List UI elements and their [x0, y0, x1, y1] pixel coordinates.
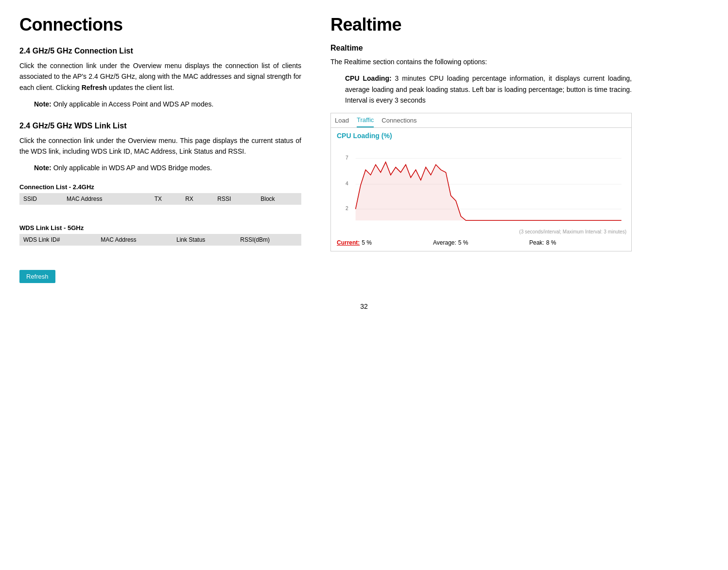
- peak-value: 8 %: [546, 239, 556, 246]
- chart-interval-label: (3 seconds/interval; Maximum Interval: 3…: [331, 229, 631, 236]
- left-column: Connections 2.4 GHz/5 GHz Connection Lis…: [19, 15, 301, 283]
- section2-para: Click the connection link under the Over…: [19, 135, 301, 157]
- left-title: Connections: [19, 15, 301, 35]
- average-label: Average:: [433, 239, 456, 246]
- cpu-chart-container: Load Traffic Connections CPU Loading (%)…: [330, 113, 632, 251]
- page-number: 32: [360, 303, 368, 310]
- right-title: Realtime: [330, 15, 632, 35]
- current-label: Current:: [337, 239, 360, 246]
- cpu-bold: CPU Loading:: [345, 74, 392, 82]
- cpu-chart-svg: 7 4 2: [346, 144, 626, 227]
- note2-label: Note:: [34, 164, 52, 172]
- col-wds-id: WDS Link ID#: [19, 234, 97, 246]
- cpu-fill: [356, 162, 622, 220]
- col-block: Block: [257, 193, 301, 205]
- note1-label: Note:: [34, 100, 52, 108]
- col-tx: TX: [151, 193, 181, 205]
- table-row: [19, 246, 301, 255]
- connection-list-table-section: Connection List - 2.4GHz SSID MAC Addres…: [19, 183, 301, 214]
- stat-current: Current: 5 %: [337, 239, 433, 246]
- col-rssi-dbm: RSSI(dBm): [236, 234, 301, 246]
- peak-label: Peak:: [529, 239, 544, 246]
- svg-text:4: 4: [346, 180, 348, 186]
- realtime-intro: The Realtime section contains the follow…: [330, 56, 632, 67]
- table1-label: Connection List - 2.4GHz: [19, 183, 301, 191]
- right-column: Realtime Realtime The Realtime section c…: [330, 15, 632, 283]
- section1-para-text-b: updates the client list.: [107, 84, 174, 91]
- page-footer: 32: [19, 303, 709, 310]
- section2-heading: 2.4 GHz/5 GHz WDS Link List: [19, 122, 301, 130]
- section1-heading: 2.4 GHz/5 GHz Connection List: [19, 47, 301, 55]
- col-mac: MAC Address: [63, 193, 151, 205]
- chart-stats: Current: 5 % Average: 5 % Peak: 8 %: [331, 236, 631, 251]
- tab-connections[interactable]: Connections: [381, 114, 416, 127]
- wds-link-table-section: WDS Link List - 5GHz WDS Link ID# MAC Ad…: [19, 224, 301, 255]
- svg-text:7: 7: [346, 155, 348, 160]
- col-wds-mac: MAC Address: [97, 234, 173, 246]
- chart-tabs: Load Traffic Connections: [331, 113, 631, 128]
- stat-average: Average: 5 %: [433, 239, 529, 246]
- note1-text: Only applicable in Access Point and WDS …: [52, 100, 214, 108]
- section2-note: Note: Only applicable in WDS AP and WDS …: [34, 162, 301, 173]
- section1-para: Click the connection link under the Over…: [19, 60, 301, 93]
- svg-text:2: 2: [346, 205, 348, 211]
- connection-list-table: SSID MAC Address TX RX RSSI Block: [19, 193, 301, 214]
- wds-link-table: WDS Link ID# MAC Address Link Status RSS…: [19, 234, 301, 255]
- section1-bold1: Refresh: [82, 84, 107, 91]
- col-link-status: Link Status: [173, 234, 236, 246]
- chart-area: 7 4 2: [331, 142, 631, 229]
- section1-note: Note: Only applicable in Access Point an…: [34, 99, 301, 109]
- note2-text: Only applicable in WDS AP and WDS Bridge…: [52, 164, 212, 172]
- col-ssid: SSID: [19, 193, 63, 205]
- stat-peak: Peak: 8 %: [529, 239, 625, 246]
- col-rssi: RSSI: [213, 193, 257, 205]
- table2-label: WDS Link List - 5GHz: [19, 224, 301, 232]
- realtime-section-heading: Realtime: [330, 44, 632, 53]
- refresh-button[interactable]: Refresh: [19, 270, 55, 283]
- tab-traffic[interactable]: Traffic: [357, 113, 374, 127]
- tab-load[interactable]: Load: [335, 114, 349, 127]
- table-row: [19, 205, 301, 214]
- average-value: 5 %: [458, 239, 468, 246]
- cpu-loading-note: CPU Loading: 3 minutes CPU loading perce…: [345, 73, 632, 106]
- chart-title: CPU Loading (%): [331, 128, 631, 142]
- col-rx: RX: [181, 193, 213, 205]
- current-value: 5 %: [362, 239, 372, 246]
